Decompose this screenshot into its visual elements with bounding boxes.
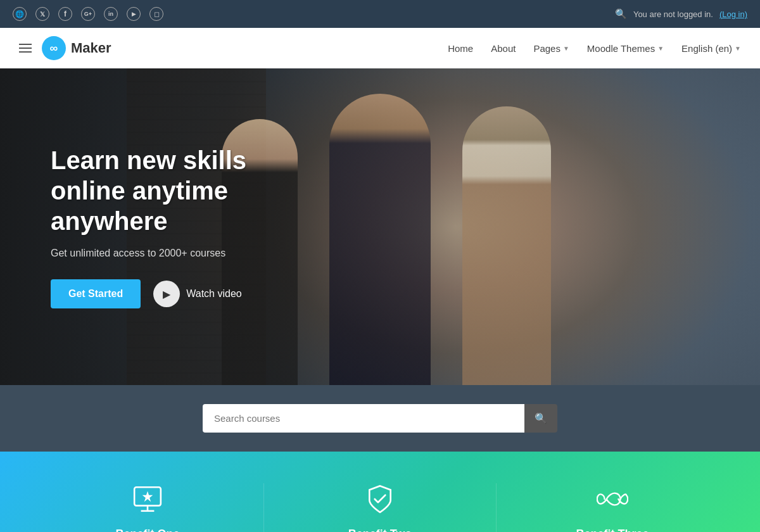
search-icon-topbar[interactable]: 🔍 [615,8,627,20]
instagram-icon[interactable]: ◻ [149,7,163,21]
play-icon: ▶ [153,281,180,307]
benefits-inner: Benefit One Outline a benefit here. You … [32,483,728,532]
logo[interactable]: ∞ Maker [42,36,111,60]
search-bar: 🔍 [203,404,557,433]
twitter-icon[interactable]: 𝕏 [35,7,49,21]
hero-content: Learn new skills online anytime anywhere… [0,145,317,308]
infinity-icon [597,483,628,519]
hero-buttons: Get Started ▶ Watch video [51,279,266,308]
top-bar: 🌐 𝕏 f G+ in ▶ ◻ 🔍 You are not logged in.… [0,0,760,28]
watch-video-button[interactable]: ▶ Watch video [153,281,241,307]
search-button[interactable]: 🔍 [524,404,557,433]
logo-icon: ∞ [42,36,66,60]
chevron-down-icon: ▼ [563,45,569,52]
login-link[interactable]: (Log in) [719,10,747,19]
header: ∞ Maker Home About Pages ▼ Moodle Themes… [0,28,760,68]
googleplus-icon[interactable]: G+ [81,7,95,21]
login-text: You are not logged in. [633,10,713,19]
benefit-three: Benefit Three Outline a benefit here. Yo… [497,483,728,532]
logo-text: Maker [71,40,111,56]
nav-language[interactable]: English (en) ▼ [681,43,741,54]
benefit-two: Benefit Two Outline a benefit here. You … [264,483,497,532]
benefits-section: Benefit One Outline a benefit here. You … [0,452,760,532]
social-icons: 🌐 𝕏 f G+ in ▶ ◻ [13,7,163,21]
search-section: 🔍 [0,385,760,452]
linkedin-icon[interactable]: in [104,7,118,21]
hero-section: Learn new skills online anytime anywhere… [0,68,760,385]
monitor-star-icon [132,483,163,519]
shield-check-icon [364,483,396,519]
nav-home[interactable]: Home [448,43,473,54]
hero-subtitle: Get unlimited access to 2000+ courses [51,248,266,259]
search-input[interactable] [203,404,524,433]
nav-pages[interactable]: Pages ▼ [533,43,569,54]
facebook-icon[interactable]: f [58,7,72,21]
benefit-two-title: Benefit Two [348,528,412,532]
hero-title: Learn new skills online anytime anywhere [51,145,266,236]
chevron-down-icon: ▼ [657,45,664,52]
nav-about[interactable]: About [491,43,516,54]
nav-moodle-themes[interactable]: Moodle Themes ▼ [587,43,664,54]
chevron-down-icon: ▼ [735,45,741,52]
main-nav: Home About Pages ▼ Moodle Themes ▼ Engli… [448,43,741,54]
youtube-icon[interactable]: ▶ [127,7,141,21]
get-started-button[interactable]: Get Started [51,279,141,308]
benefit-three-title: Benefit Three [576,528,649,532]
benefit-one: Benefit One Outline a benefit here. You … [32,483,264,532]
globe-icon[interactable]: 🌐 [13,7,27,21]
watch-video-label: Watch video [186,288,241,300]
top-bar-right: 🔍 You are not logged in. (Log in) [615,8,747,20]
header-left: ∞ Maker [19,36,111,60]
hamburger-menu[interactable] [19,44,32,53]
benefit-one-title: Benefit One [115,528,179,532]
svg-marker-3 [142,491,153,502]
